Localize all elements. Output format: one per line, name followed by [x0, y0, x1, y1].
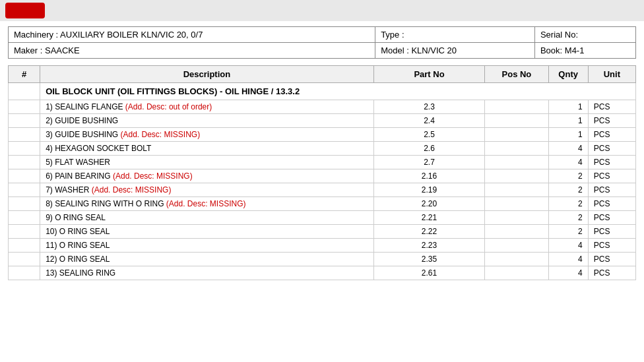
row-unit: PCS [588, 169, 635, 183]
model-cell: Model : KLN/VIC 20 [375, 43, 535, 59]
top-bar [0, 0, 644, 21]
row-qnty: 2 [548, 197, 588, 211]
row-hash [9, 183, 40, 197]
row-description: 12) O RING SEAL [40, 253, 374, 266]
table-row: 5) FLAT WASHER 2.7 4 PCS [9, 156, 636, 169]
machinery-label: Machinery : [14, 30, 58, 40]
row-add-desc: (Add. Desc: MISSING) [166, 199, 246, 208]
row-qnty: 1 [548, 128, 588, 142]
row-posno [485, 100, 548, 114]
row-num: 13) SEALING RING [46, 268, 115, 278]
row-hash [9, 114, 40, 128]
row-num: 10) O RING SEAL [46, 227, 110, 236]
row-posno [485, 253, 548, 266]
col-header-partno: Part No [373, 66, 485, 83]
book-cell: Book: M4-1 [534, 43, 635, 59]
table-row: 3) GUIDE BUSHING (Add. Desc: MISSING) 2.… [9, 128, 636, 142]
machine-info-table: Machinery : AUXILIARY BOILER KLN/VIC 20,… [8, 26, 636, 59]
row-description: 6) PAIN BEARING (Add. Desc: MISSING) [40, 169, 374, 183]
row-hash [9, 253, 40, 266]
maker-cell: Maker : SAACKE [9, 43, 375, 59]
table-row: 4) HEXAGON SOCKET BOLT 2.6 4 PCS [9, 142, 636, 156]
model-value: KLN/VIC 20 [411, 45, 457, 55]
row-unit: PCS [588, 253, 635, 266]
row-num: 5) FLAT WASHER [46, 158, 110, 167]
row-hash [9, 156, 40, 169]
table-row: 10) O RING SEAL 2.22 2 PCS [9, 225, 636, 239]
row-hash [9, 197, 40, 211]
row-hash [9, 239, 40, 253]
row-unit: PCS [588, 142, 635, 156]
row-partno: 2.4 [373, 114, 485, 128]
model-label: Model : [381, 45, 409, 55]
serial-cell: Serial No: [534, 27, 635, 43]
row-num: 7) WASHER [46, 185, 89, 195]
row-partno: 2.3 [373, 100, 485, 114]
row-num: 6) PAIN BEARING [46, 171, 110, 181]
col-header-hash: # [9, 66, 40, 83]
row-posno [485, 142, 548, 156]
row-hash [9, 266, 40, 280]
row-qnty: 1 [548, 100, 588, 114]
row-qnty: 2 [548, 225, 588, 239]
row-hash [9, 142, 40, 156]
row-unit: PCS [588, 114, 635, 128]
row-add-desc: (Add. Desc: MISSING) [121, 130, 201, 139]
row-add-desc: (Add. Desc: out of order) [125, 102, 212, 111]
row-qnty: 2 [548, 169, 588, 183]
row-num: 12) O RING SEAL [46, 255, 110, 264]
row-description: 7) WASHER (Add. Desc: MISSING) [40, 183, 374, 197]
col-header-qnty: Qnty [548, 66, 588, 83]
row-unit: PCS [588, 100, 635, 114]
row-partno: 2.7 [373, 156, 485, 169]
row-partno: 2.21 [373, 211, 485, 225]
row-unit: PCS [588, 239, 635, 253]
row-partno: 2.61 [373, 266, 485, 280]
row-num: 9) O RING SEAL [46, 213, 106, 222]
row-unit: PCS [588, 156, 635, 169]
row-partno: 2.6 [373, 142, 485, 156]
machinery-cell: Machinery : AUXILIARY BOILER KLN/VIC 20,… [9, 27, 375, 43]
table-row: 13) SEALING RING 2.61 4 PCS [9, 266, 636, 280]
row-hash [9, 225, 40, 239]
maker-value: SAACKE [45, 45, 80, 55]
row-partno: 2.19 [373, 183, 485, 197]
row-qnty: 1 [548, 114, 588, 128]
row-unit: PCS [588, 266, 635, 280]
table-row: 9) O RING SEAL 2.21 2 PCS [9, 211, 636, 225]
row-description: 11) O RING SEAL [40, 239, 374, 253]
row-description: 9) O RING SEAL [40, 211, 374, 225]
row-description: 2) GUIDE BUSHING [40, 114, 374, 128]
row-hash [9, 169, 40, 183]
row-num: 2) GUIDE BUSHING [46, 116, 118, 125]
row-partno: 2.23 [373, 239, 485, 253]
row-posno [485, 128, 548, 142]
row-partno: 2.16 [373, 169, 485, 183]
row-qnty: 4 [548, 253, 588, 266]
row-posno [485, 239, 548, 253]
row-qnty: 4 [548, 266, 588, 280]
parts-table: # Description Part No Pos No Qnty Unit O… [8, 65, 636, 280]
row-add-desc: (Add. Desc: MISSING) [92, 185, 172, 195]
col-header-description: Description [40, 66, 374, 83]
row-hash [9, 211, 40, 225]
table-header-row: # Description Part No Pos No Qnty Unit [9, 66, 636, 83]
row-qnty: 2 [548, 183, 588, 197]
book-label: Book: [540, 45, 562, 55]
table-row: 6) PAIN BEARING (Add. Desc: MISSING) 2.1… [9, 169, 636, 183]
logo [5, 3, 45, 18]
row-description: 13) SEALING RING [40, 266, 374, 280]
row-partno: 2.5 [373, 128, 485, 142]
table-row: 1) SEALING FLANGE (Add. Desc: out of ord… [9, 100, 636, 114]
row-hash [9, 100, 40, 114]
table-row: 11) O RING SEAL 2.23 4 PCS [9, 239, 636, 253]
table-row: 2) GUIDE BUSHING 2.4 1 PCS [9, 114, 636, 128]
row-unit: PCS [588, 183, 635, 197]
group-header-row: OIL BLOCK UNIT (OIL FITTINGS BLOCKS) - O… [9, 83, 636, 100]
main-content: Machinery : AUXILIARY BOILER KLN/VIC 20,… [0, 21, 644, 286]
row-qnty: 4 [548, 142, 588, 156]
col-header-unit: Unit [588, 66, 635, 83]
book-value: M4-1 [565, 45, 585, 55]
row-description: 3) GUIDE BUSHING (Add. Desc: MISSING) [40, 128, 374, 142]
row-num: 11) O RING SEAL [46, 241, 110, 250]
